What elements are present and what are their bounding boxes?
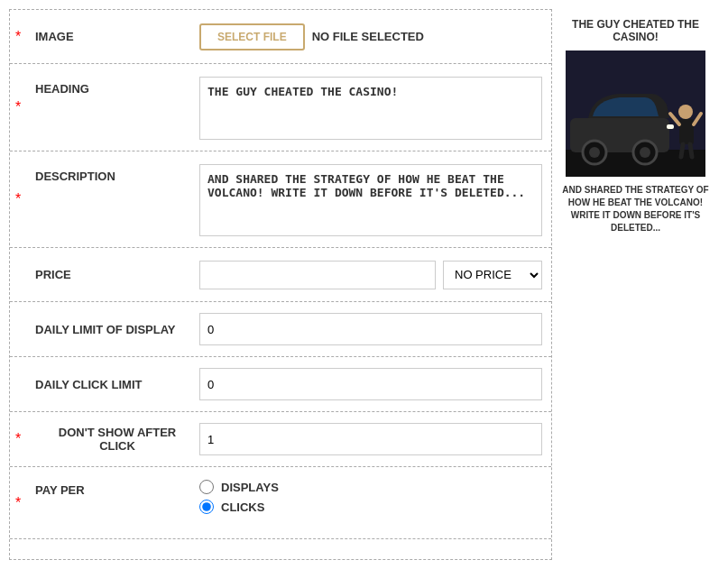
radio-displays[interactable] [199, 480, 214, 494]
pay-per-label: PAY PER [19, 480, 199, 497]
price-row: * PRICE NO PRICE $1 $5 $10 $20 [10, 248, 551, 302]
daily-click-controls [199, 368, 542, 400]
daily-click-row: DAILY CLICK LIMIT [10, 357, 551, 412]
price-controls: NO PRICE $1 $5 $10 $20 [199, 261, 542, 289]
required-star-description: * [15, 191, 21, 207]
form-section: * IMAGE SELECT FILE NO FILE SELECTED * H… [9, 9, 552, 560]
preview-heading: THE GUY CHEATED THE CASINO! [561, 18, 710, 43]
heading-controls [199, 77, 542, 140]
required-star-heading: * [15, 99, 21, 115]
dont-show-input[interactable] [199, 423, 542, 455]
preview-description: AND SHARED THE STRATEGY OF HOW HE BEAT T… [561, 184, 710, 234]
radio-displays-label: DISPLAYS [221, 481, 279, 494]
svg-rect-7 [667, 124, 674, 129]
price-input[interactable] [199, 261, 436, 289]
pay-per-row: * PAY PER DISPLAYS CLICKS [10, 467, 551, 539]
daily-click-label: DAILY CLICK LIMIT [19, 378, 199, 391]
preview-image [566, 50, 705, 177]
image-label: IMAGE [19, 30, 199, 43]
description-input[interactable] [199, 164, 542, 236]
image-row: * IMAGE SELECT FILE NO FILE SELECTED [10, 10, 551, 64]
radio-group-pay-per: DISPLAYS CLICKS [199, 480, 279, 514]
price-select[interactable]: NO PRICE $1 $5 $10 $20 [443, 261, 542, 289]
description-controls [199, 164, 542, 236]
description-row: * DESCRIPTION [10, 151, 551, 248]
svg-line-13 [690, 144, 692, 157]
daily-limit-input[interactable] [199, 313, 542, 345]
daily-limit-row: DAILY LIMIT OF DISPLAY [10, 302, 551, 357]
dont-show-label: DON'T SHOW AFTERCLICK [19, 426, 199, 453]
svg-point-4 [589, 147, 600, 158]
required-star-dont-show: * [15, 431, 21, 447]
dont-show-controls [199, 423, 542, 455]
heading-row: * HEADING [10, 64, 551, 151]
pay-per-controls: DISPLAYS CLICKS [199, 480, 542, 514]
svg-line-12 [681, 144, 683, 157]
price-label: PRICE [19, 268, 199, 281]
radio-clicks[interactable] [199, 500, 214, 514]
radio-clicks-label: CLICKS [221, 500, 264, 514]
daily-limit-label: DAILY LIMIT OF DISPLAY [19, 323, 199, 336]
required-star-image: * [15, 29, 21, 45]
svg-point-6 [640, 147, 650, 158]
required-star-pay-per: * [15, 495, 21, 511]
radio-displays-item[interactable]: DISPLAYS [199, 480, 279, 494]
preview-panel: THE GUY CHEATED THE CASINO! [552, 9, 719, 560]
svg-point-8 [678, 105, 693, 119]
daily-limit-controls [199, 313, 542, 345]
heading-label: HEADING [19, 77, 199, 96]
select-file-button[interactable]: SELECT FILE [199, 23, 305, 50]
image-controls: SELECT FILE NO FILE SELECTED [199, 23, 542, 50]
radio-clicks-item[interactable]: CLICKS [199, 500, 279, 514]
svg-rect-9 [679, 119, 694, 144]
heading-input[interactable] [199, 77, 542, 140]
description-label: DESCRIPTION [19, 164, 199, 183]
daily-click-input[interactable] [199, 368, 542, 400]
preview-car-svg [566, 50, 705, 177]
no-file-label: NO FILE SELECTED [312, 30, 424, 43]
dont-show-row: * DON'T SHOW AFTERCLICK [10, 412, 551, 467]
